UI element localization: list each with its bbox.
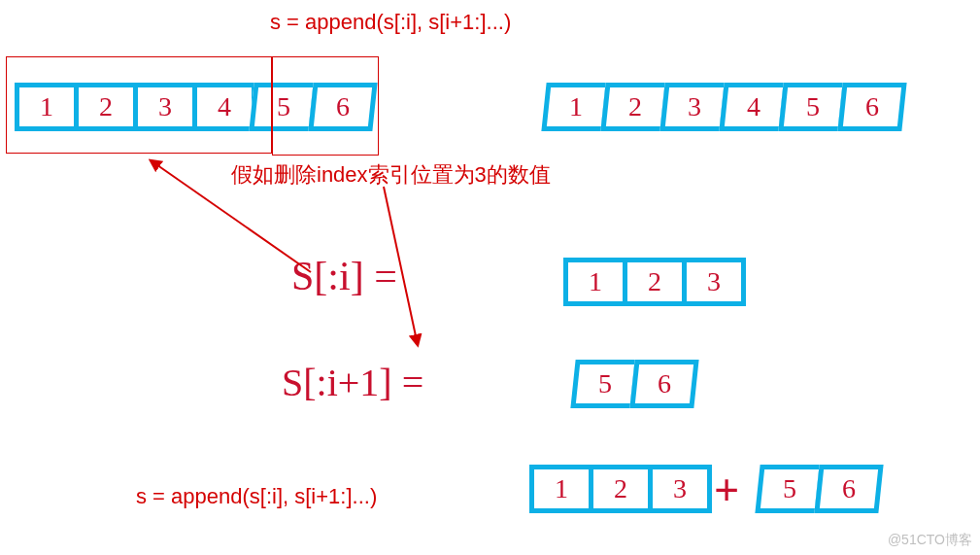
cell: 1 [541,83,610,131]
result-tail-array: 5 6 [758,465,881,513]
plus-icon: + [714,465,739,516]
slice-head-label: S[:i] = [291,253,397,299]
cell: 3 [648,465,712,513]
cell: 5 [570,360,639,408]
cell: 2 [600,83,669,131]
cell: 3 [682,258,746,306]
cell: 6 [837,83,906,131]
cell: 6 [629,360,698,408]
cell: 5 [778,83,847,131]
cell: 5 [755,465,824,513]
slice-tail-array: 5 6 [573,360,696,408]
cell: 3 [659,83,728,131]
selection-tail-box [272,56,379,156]
title-formula: s = append(s[:i], s[i+1:]...) [270,10,511,35]
cell: 2 [623,258,687,306]
result-head-array: 1 2 3 [529,465,712,513]
watermark: @51CTO博客 [888,532,972,549]
cell: 1 [529,465,593,513]
cell: 2 [589,465,653,513]
slice-tail-label: S[:i+1] = [282,360,423,405]
cell: 1 [563,258,627,306]
bottom-formula: s = append(s[:i], s[i+1:]...) [136,484,377,509]
array-copy: 1 2 3 4 5 6 [544,83,904,131]
cell: 4 [719,83,788,131]
cell: 6 [814,465,883,513]
caption-delete: 假如删除index索引位置为3的数值 [231,160,551,190]
selection-head-box [6,56,272,154]
slice-head-array: 1 2 3 [563,258,746,306]
